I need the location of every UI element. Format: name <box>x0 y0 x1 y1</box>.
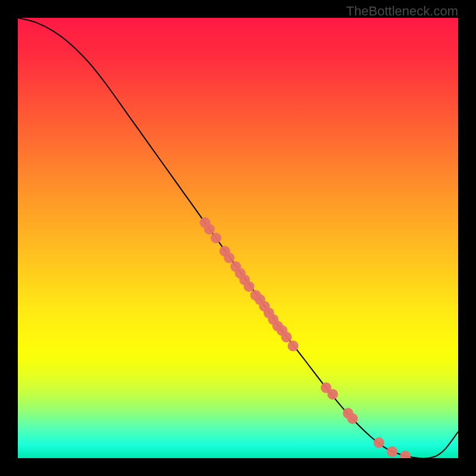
data-point <box>204 224 215 234</box>
data-point <box>224 252 234 263</box>
data-point <box>244 281 255 292</box>
data-point <box>211 233 221 243</box>
chart-svg <box>18 18 458 458</box>
bottleneck-curve <box>18 18 458 458</box>
marker-group <box>200 217 411 458</box>
data-point <box>327 389 338 400</box>
data-point <box>400 450 411 458</box>
watermark-text: TheBottleneck.com <box>346 4 458 19</box>
data-point <box>374 437 384 448</box>
data-point <box>387 446 397 457</box>
data-point <box>288 340 299 351</box>
data-point <box>347 413 358 424</box>
chart-plot-area <box>18 18 458 458</box>
data-point <box>281 332 292 343</box>
